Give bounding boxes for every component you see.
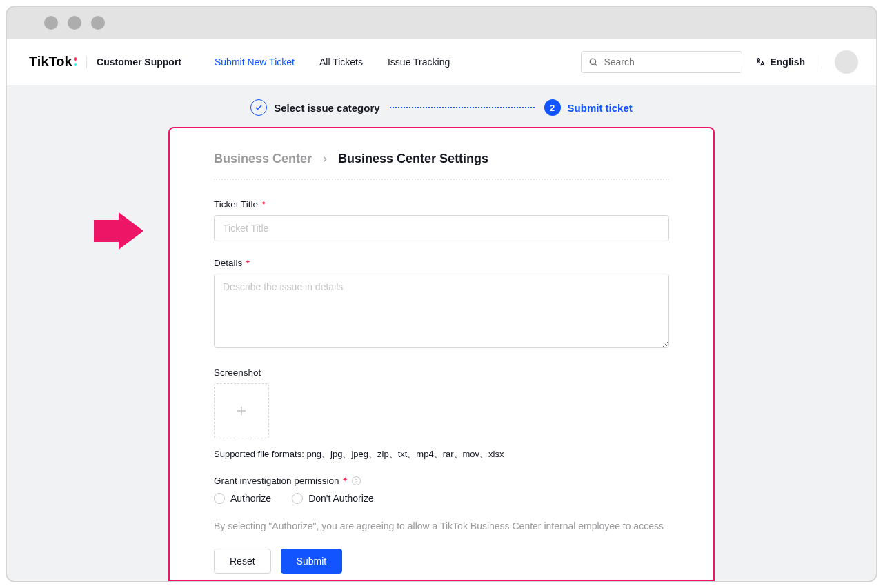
top-navigation: TikTok Customer Support Submit New Ticke… <box>7 39 876 85</box>
required-icon: ✦ <box>342 476 348 483</box>
stepper: Select issue category 2 Submit ticket <box>7 85 876 127</box>
svg-line-1 <box>595 63 597 65</box>
required-icon: ✦ <box>261 199 266 207</box>
nav-divider <box>86 56 87 68</box>
logo-colon-icon <box>74 57 77 66</box>
details-label: Details ✦ <box>214 258 669 268</box>
step-2-number: 2 <box>544 99 561 116</box>
details-textarea[interactable] <box>214 274 669 348</box>
permission-group: Grant investigation permission ✦ ? Autho… <box>214 476 669 504</box>
browser-window-frame: TikTok Customer Support Submit New Ticke… <box>6 6 877 582</box>
breadcrumb: Business Center Business Center Settings <box>214 152 669 180</box>
panel-wrap: Business Center Business Center Settings… <box>168 127 715 581</box>
window-maximize-dot[interactable] <box>91 16 105 30</box>
details-group: Details ✦ <box>214 258 669 351</box>
breadcrumb-prev[interactable]: Business Center <box>214 152 312 166</box>
screenshot-label: Screenshot <box>214 367 669 378</box>
search-icon <box>588 57 598 67</box>
svg-marker-2 <box>94 212 143 250</box>
nav-subtitle: Customer Support <box>97 57 181 68</box>
upload-button[interactable] <box>214 383 269 438</box>
ticket-title-group: Ticket Title ✦ <box>214 199 669 241</box>
required-icon: ✦ <box>245 258 250 265</box>
lang-divider <box>822 55 822 69</box>
radio-dont-authorize[interactable]: Don't Authorize <box>292 493 374 504</box>
radio-icon <box>292 493 303 504</box>
logo-text: TikTok <box>29 54 72 70</box>
form-actions: Reset Submit <box>214 549 669 574</box>
language-label: English <box>770 57 805 68</box>
window-minimize-dot[interactable] <box>68 16 81 30</box>
step-2-label: Submit ticket <box>568 102 633 114</box>
ticket-title-input[interactable] <box>214 215 669 241</box>
supported-formats-text: Supported file formats: png、jpg、jpeg、zip… <box>214 448 669 460</box>
avatar[interactable] <box>835 50 858 74</box>
tiktok-logo: TikTok <box>29 54 77 70</box>
nav-link-all-tickets[interactable]: All Tickets <box>319 57 363 68</box>
nav-right-group: English <box>581 50 858 74</box>
search-box[interactable] <box>581 51 742 73</box>
language-selector[interactable]: English <box>755 57 805 68</box>
window-close-dot[interactable] <box>44 16 58 30</box>
window-titlebar <box>7 7 876 39</box>
ticket-form-panel: Business Center Business Center Settings… <box>168 127 715 581</box>
check-icon <box>250 99 267 116</box>
help-icon[interactable]: ? <box>352 476 361 485</box>
nav-link-submit-new-ticket[interactable]: Submit New Ticket <box>215 57 295 68</box>
step-2: 2 Submit ticket <box>544 99 633 116</box>
permission-radio-row: Authorize Don't Authorize <box>214 493 669 504</box>
radio-icon <box>214 493 225 504</box>
radio-authorize[interactable]: Authorize <box>214 493 271 504</box>
svg-point-0 <box>591 59 596 64</box>
screenshot-group: Screenshot Supported file formats: png、j… <box>214 367 669 460</box>
reset-button[interactable]: Reset <box>214 549 271 574</box>
content-area: Select issue category 2 Submit ticket Bu… <box>7 85 876 581</box>
breadcrumb-current: Business Center Settings <box>338 152 488 166</box>
submit-button[interactable]: Submit <box>281 549 343 574</box>
nav-links: Submit New Ticket All Tickets Issue Trac… <box>215 57 450 68</box>
nav-link-issue-tracking[interactable]: Issue Tracking <box>388 57 450 68</box>
plus-icon <box>235 405 248 417</box>
permission-info-text: By selecting "Authorize", you are agreei… <box>214 519 669 534</box>
step-1-label: Select issue category <box>274 102 379 114</box>
permission-label: Grant investigation permission ✦ ? <box>214 476 669 486</box>
step-1: Select issue category <box>250 99 379 116</box>
highlight-arrow-icon <box>94 212 143 252</box>
translate-icon <box>755 57 766 68</box>
stepper-connector <box>390 107 535 108</box>
search-input[interactable] <box>604 57 735 68</box>
ticket-title-label: Ticket Title ✦ <box>214 199 669 210</box>
chevron-right-icon <box>321 153 328 165</box>
